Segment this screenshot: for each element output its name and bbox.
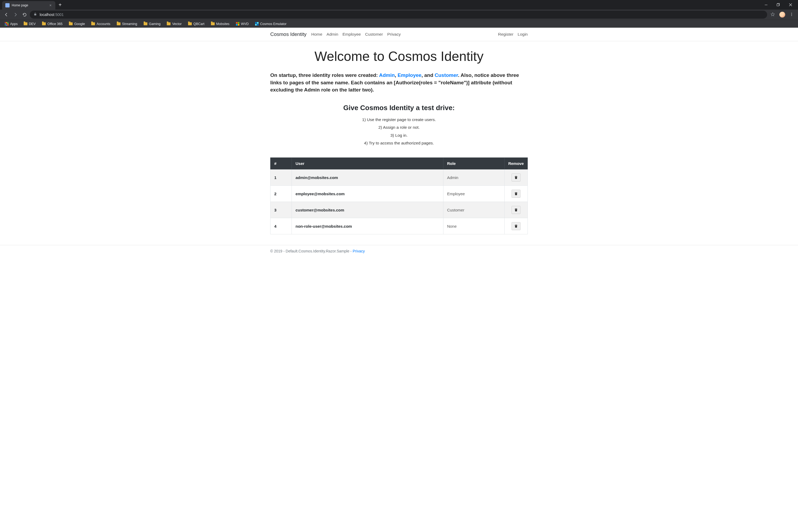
- bookmark-item[interactable]: Vector: [164, 21, 184, 26]
- bookmark-item[interactable]: QBCart: [185, 21, 207, 26]
- footer-text: © 2019 - Default.Cosmos.Identity.Razor.S…: [270, 249, 353, 253]
- subhead: Give Cosmos Identity a test drive:: [270, 104, 528, 112]
- bookmark-label: WVD: [241, 22, 249, 26]
- remove-button[interactable]: [512, 222, 520, 230]
- bookmark-item[interactable]: Gaming: [141, 21, 163, 26]
- window-controls: [761, 1, 796, 9]
- back-button[interactable]: [3, 11, 10, 18]
- reload-button[interactable]: [21, 11, 28, 18]
- col-index: #: [270, 158, 292, 169]
- svg-rect-0: [765, 5, 767, 5]
- bookmark-item[interactable]: DEV: [21, 21, 39, 26]
- page-title: Welcome to Cosmos Identity: [270, 49, 528, 64]
- cell-user: employee@mobsites.com: [292, 186, 443, 202]
- bookmark-item[interactable]: Streaming: [114, 21, 140, 26]
- cell-role: Customer: [443, 202, 504, 218]
- footer-privacy-link[interactable]: Privacy: [353, 249, 365, 253]
- page: Cosmos Identity HomeAdminEmployeeCustome…: [0, 28, 798, 259]
- apps-button[interactable]: Apps: [3, 21, 20, 26]
- trash-icon: [514, 191, 518, 196]
- cell-index: 2: [270, 186, 292, 202]
- bookmark-item[interactable]: WVD: [233, 21, 251, 26]
- folder-icon: [24, 22, 27, 25]
- col-remove: Remove: [504, 158, 528, 169]
- bookmark-item[interactable]: Office 365: [39, 21, 65, 26]
- nav-link[interactable]: Employee: [343, 32, 361, 37]
- cell-role: None: [443, 218, 504, 234]
- bookmark-item[interactable]: Google: [66, 21, 88, 26]
- browser-tab[interactable]: Home page ×: [2, 1, 55, 10]
- bookmark-label: Streaming: [122, 22, 137, 26]
- bookmark-label: Office 365: [48, 22, 62, 26]
- bookmark-label: Cosmos Emulator: [260, 22, 286, 26]
- address-text: localhost:5001: [40, 13, 63, 17]
- trash-icon: [514, 208, 518, 212]
- cosmos-logo-icon: [255, 22, 259, 25]
- close-window-button[interactable]: [785, 1, 796, 9]
- remove-button[interactable]: [512, 173, 520, 182]
- table-row: 2employee@mobsites.comEmployee: [270, 186, 528, 202]
- folder-icon: [42, 22, 46, 25]
- users-table: # User Role Remove 1admin@mobsites.comAd…: [270, 157, 528, 234]
- bookmark-label: Vector: [172, 22, 182, 26]
- nav-links: HomeAdminEmployeeCustomerPrivacy: [311, 32, 401, 37]
- profile-avatar[interactable]: [779, 12, 785, 18]
- folder-icon: [211, 22, 215, 25]
- tab-strip: Home page × +: [0, 0, 798, 10]
- brand[interactable]: Cosmos Identity: [270, 32, 306, 37]
- intro-paragraph: On startup, three identity roles were cr…: [270, 72, 528, 94]
- nav-link[interactable]: Home: [311, 32, 322, 37]
- cell-remove: [504, 218, 528, 234]
- address-bar[interactable]: localhost:5001: [30, 11, 767, 19]
- browser-chrome: Home page × +: [0, 0, 798, 28]
- cell-user: admin@mobsites.com: [292, 169, 443, 186]
- cell-remove: [504, 186, 528, 202]
- step-line: 1) Use the register page to create users…: [270, 116, 528, 124]
- bookmark-item[interactable]: Cosmos Emulator: [252, 21, 289, 26]
- role-link-admin[interactable]: Admin: [379, 72, 395, 78]
- step-line: 3) Log in.: [270, 131, 528, 139]
- browser-menu-button[interactable]: [788, 12, 795, 17]
- forward-button[interactable]: [12, 11, 19, 18]
- nav-link[interactable]: Login: [518, 32, 528, 37]
- apps-grid-icon: [5, 22, 8, 26]
- apps-label: Apps: [10, 22, 18, 26]
- bookmark-star-icon[interactable]: [769, 12, 777, 18]
- col-role: Role: [443, 158, 504, 169]
- trash-icon: [514, 175, 518, 179]
- lead-pre: On startup, three identity roles were cr…: [270, 72, 379, 78]
- bookmark-item[interactable]: Accounts: [89, 21, 113, 26]
- browser-toolbar: localhost:5001: [0, 10, 798, 20]
- ms-logo-icon: [236, 22, 240, 25]
- nav-link[interactable]: Register: [498, 32, 513, 37]
- minimize-button[interactable]: [761, 1, 772, 9]
- cell-remove: [504, 169, 528, 186]
- cell-remove: [504, 202, 528, 218]
- maximize-button[interactable]: [773, 1, 784, 9]
- folder-icon: [117, 22, 120, 25]
- site-nav: Cosmos Identity HomeAdminEmployeeCustome…: [0, 28, 798, 41]
- bookmark-label: Accounts: [97, 22, 110, 26]
- new-tab-button[interactable]: +: [55, 2, 65, 7]
- lock-icon: [34, 13, 37, 17]
- nav-link[interactable]: Admin: [327, 32, 338, 37]
- svg-point-5: [791, 14, 792, 14]
- cell-index: 1: [270, 169, 292, 186]
- col-user: User: [292, 158, 443, 169]
- bookmark-item[interactable]: Mobsites: [208, 21, 232, 26]
- role-link-customer[interactable]: Customer: [435, 72, 458, 78]
- cell-user: customer@mobsites.com: [292, 202, 443, 218]
- cell-role: Employee: [443, 186, 504, 202]
- cell-index: 3: [270, 202, 292, 218]
- bookmark-label: Mobsites: [216, 22, 230, 26]
- role-link-employee[interactable]: Employee: [398, 72, 422, 78]
- remove-button[interactable]: [512, 190, 520, 198]
- nav-right-links: RegisterLogin: [498, 32, 528, 37]
- svg-point-4: [791, 13, 792, 13]
- nav-link[interactable]: Privacy: [387, 32, 401, 37]
- nav-link[interactable]: Customer: [365, 32, 383, 37]
- cell-role: Admin: [443, 169, 504, 186]
- tab-close-icon[interactable]: ×: [49, 3, 52, 7]
- footer: © 2019 - Default.Cosmos.Identity.Razor.S…: [0, 245, 798, 259]
- remove-button[interactable]: [512, 206, 520, 214]
